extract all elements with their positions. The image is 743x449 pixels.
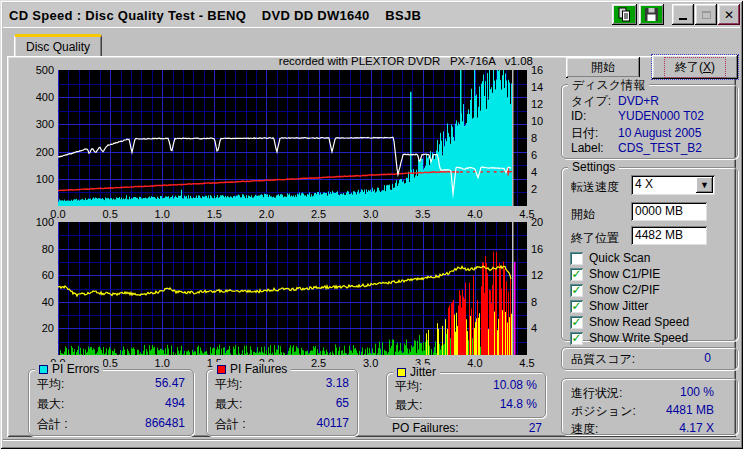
axis-tick-label: 500: [22, 64, 54, 76]
checkbox-label: Show Read Speed: [589, 315, 689, 329]
pi-errors-stat-row: 平均:56.47: [37, 376, 185, 393]
progress-row: 速度:4.17 X: [571, 421, 714, 438]
jitter-color-swatch: [397, 368, 406, 377]
pi-failures-title: PI Failures: [230, 362, 287, 376]
jitter-legend: Jitter: [393, 365, 440, 379]
disc-info-title: ディスク情報: [572, 77, 645, 94]
axis-tick-label: 8: [531, 132, 557, 144]
axis-tick-label: 100: [22, 216, 54, 228]
checkbox-icon[interactable]: ✓: [570, 268, 583, 281]
copy-button[interactable]: [612, 4, 637, 25]
po-failures-label: PO Failures:: [392, 421, 459, 435]
maximize-icon: [702, 11, 711, 19]
pi-failures-box: PI Failures 平均:3.18最大:65合計 :40117: [206, 369, 358, 436]
minimize-icon: [679, 18, 687, 20]
disc-info-row: 日付:10 August 2005: [571, 125, 731, 142]
quality-score-group: 品質スコア: 0: [561, 347, 738, 370]
po-failures-value: 27: [529, 421, 542, 435]
axis-tick-label: 1.5: [202, 208, 226, 220]
status-bar: [3, 439, 740, 446]
axis-tick-label: 16: [531, 243, 557, 255]
checkbox-show-jitter[interactable]: ✓Show Jitter: [570, 299, 648, 313]
pi-failures-stat-row: 平均:3.18: [215, 376, 349, 393]
axis-tick-label: 3.0: [359, 208, 383, 220]
speed-combobox[interactable]: 4 X ▼: [631, 175, 715, 195]
axis-tick-label: 1.0: [150, 357, 174, 369]
checkbox-icon[interactable]: ✓: [570, 284, 583, 297]
minimize-button[interactable]: [672, 4, 694, 25]
quality-score-label: 品質スコア:: [571, 351, 635, 368]
axis-tick-label: 20: [22, 322, 54, 334]
checkbox-show-write-speed[interactable]: ✓Show Write Speed: [570, 331, 688, 345]
close-icon: ✕: [724, 9, 734, 21]
end-position-field[interactable]: 4482 MB: [631, 226, 707, 245]
pi-errors-legend: PI Errors: [35, 362, 103, 376]
pi-errors-title: PI Errors: [52, 362, 99, 376]
window-title: CD Speed : Disc Quality Test - BENQ DVD …: [3, 8, 421, 23]
axis-tick-label: 2.0: [254, 208, 278, 220]
axis-tick-label: 4: [531, 166, 557, 178]
axis-tick-label: 80: [22, 243, 54, 255]
save-button[interactable]: [639, 4, 664, 25]
copy-icon: [617, 7, 632, 22]
exit-button[interactable]: 終了(X): [652, 55, 738, 79]
disc-info-row: ID:YUDEN000 T02: [571, 109, 731, 123]
axis-tick-label: 2: [531, 183, 557, 195]
axis-tick-label: 1.0: [150, 208, 174, 220]
pi-failures-legend: PI Failures: [213, 362, 291, 376]
progress-group: 進行状況:100 %ポジション:4481 MB速度:4.17 X: [561, 378, 738, 435]
axis-tick-label: 2.5: [307, 208, 331, 220]
pi-errors-stat-row: 合計 :866481: [37, 416, 185, 433]
end-position-label: 終了位置: [571, 230, 619, 247]
axis-tick-label: 8: [531, 296, 557, 308]
checkbox-icon[interactable]: ✓: [570, 332, 583, 345]
axis-tick-label: 20: [531, 216, 557, 228]
disc-info-group: ディスク情報 タイプ:DVD+RID:YUDEN000 T02日付:10 Aug…: [561, 84, 738, 159]
pi-failures-stat-row: 最大:65: [215, 396, 349, 413]
start-position-label: 開始: [571, 206, 595, 223]
disc-info-row: Label:CDS_TEST_B2: [571, 141, 731, 155]
axis-tick-label: 4.0: [463, 357, 487, 369]
checkbox-quick-scan[interactable]: Quick Scan: [570, 251, 650, 265]
checkbox-show-c1-pie[interactable]: ✓Show C1/PIE: [570, 267, 660, 281]
jitter-stat-row: 最大:14.8 %: [395, 397, 537, 414]
checkbox-show-c2-pif[interactable]: ✓Show C2/PIF: [570, 283, 660, 297]
start-button-label: 開始: [591, 59, 615, 76]
start-button[interactable]: 開始: [566, 57, 640, 78]
axis-tick-label: 4: [531, 322, 557, 334]
axis-tick-label: 6: [531, 149, 557, 161]
checkbox-label: Show Jitter: [589, 299, 648, 313]
axis-tick-label: 12: [531, 98, 557, 110]
end-position-value: 4482 MB: [635, 228, 683, 242]
axis-tick-label: 4.0: [463, 208, 487, 220]
axis-tick-label: 60: [22, 269, 54, 281]
axis-tick-label: 0.5: [98, 208, 122, 220]
axis-tick-label: 12: [531, 269, 557, 281]
checkbox-icon[interactable]: ✓: [570, 316, 583, 329]
axis-tick-label: 3.0: [359, 357, 383, 369]
checkbox-label: Show C1/PIE: [589, 267, 660, 281]
jitter-box: Jitter 平均:10.08 %最大:14.8 %: [386, 372, 546, 418]
pi-errors-box: PI Errors 平均:56.47最大:494合計 :866481: [28, 369, 194, 436]
progress-row: 進行状況:100 %: [571, 385, 714, 402]
checkbox-label: Quick Scan: [589, 251, 650, 265]
maximize-button[interactable]: [695, 4, 717, 25]
checkbox-show-read-speed[interactable]: ✓Show Read Speed: [570, 315, 689, 329]
checkbox-icon[interactable]: [570, 252, 583, 265]
tab-label: Disc Quality: [26, 40, 90, 54]
axis-tick-label: 4.5: [515, 357, 539, 369]
close-button[interactable]: ✕: [718, 4, 740, 25]
pi-failures-color-swatch: [217, 365, 226, 374]
settings-group: Settings 転送速度 4 X ▼ 開始 0000 MB 終了位置 4482…: [561, 167, 738, 341]
exit-button-label: 終了(X): [665, 58, 725, 77]
start-position-field[interactable]: 0000 MB: [631, 202, 707, 221]
tab-disc-quality[interactable]: Disc Quality: [14, 34, 102, 57]
pif-jitter-chart: [58, 222, 527, 355]
chevron-down-icon[interactable]: ▼: [696, 177, 713, 193]
po-failures-row: PO Failures: 27: [392, 421, 542, 435]
speed-label: 転送速度: [571, 179, 619, 196]
start-position-value: 0000 MB: [635, 204, 683, 218]
recorded-with-note: recorded with PLEXTOR DVDR PX-716A v1.08: [279, 55, 533, 67]
checkbox-icon[interactable]: ✓: [570, 300, 583, 313]
checkbox-label: Show C2/PIF: [589, 283, 660, 297]
